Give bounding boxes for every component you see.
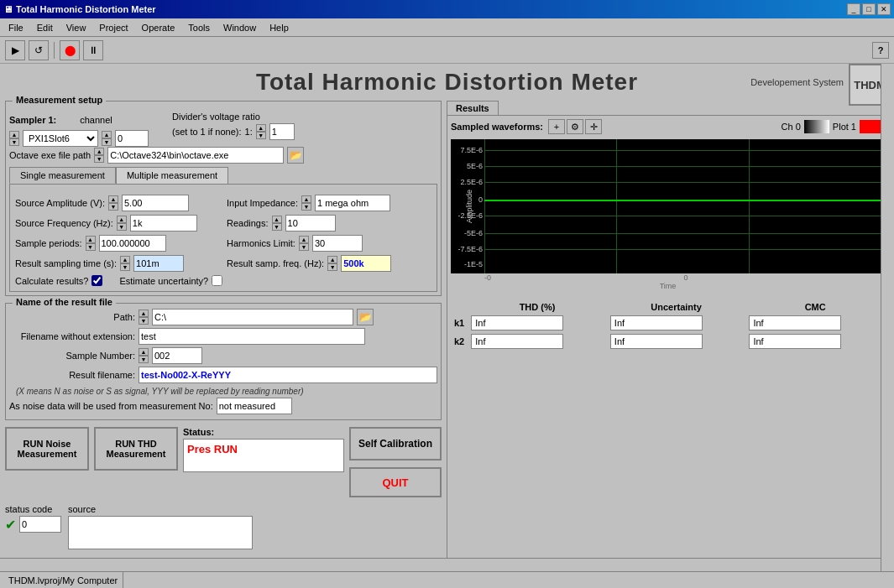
quit-button[interactable]: QUIT bbox=[349, 467, 442, 497]
result-filename-input[interactable] bbox=[139, 367, 437, 383]
frequency-down[interactable]: ▼ bbox=[117, 223, 127, 231]
octave-folder-icon[interactable]: 📂 bbox=[287, 147, 304, 164]
y-label-75: 7.5E-6 bbox=[460, 146, 483, 154]
result-samp-freq-label: Result samp. freq. (Hz): bbox=[227, 258, 324, 268]
horizontal-scrollbar[interactable] bbox=[0, 558, 881, 571]
dividers-up[interactable]: ▲ bbox=[256, 124, 266, 132]
menu-view[interactable]: View bbox=[61, 21, 91, 34]
source-amplitude-input[interactable] bbox=[122, 195, 189, 211]
octave-row: Octave exe file path ▲ ▼ 📂 bbox=[9, 147, 437, 164]
sample-number-up[interactable]: ▲ bbox=[139, 348, 149, 356]
run-button[interactable]: ▶ bbox=[5, 40, 25, 60]
y-label-n5: -5E-6 bbox=[464, 229, 483, 237]
waveform-label: Sampled waveforms: bbox=[451, 122, 543, 132]
menu-edit[interactable]: Edit bbox=[32, 21, 58, 34]
amplitude-down[interactable]: ▼ bbox=[108, 203, 118, 211]
calculate-results-checkbox[interactable] bbox=[91, 275, 102, 286]
vertical-scrollbar[interactable] bbox=[881, 64, 894, 571]
help-button[interactable]: ? bbox=[872, 42, 889, 59]
pause-button[interactable]: ⏸ bbox=[83, 40, 103, 60]
k2-cmc-cell[interactable] bbox=[749, 334, 841, 349]
input-impedance-input[interactable] bbox=[315, 195, 390, 211]
path-folder-icon[interactable]: 📂 bbox=[357, 309, 374, 325]
menu-tools[interactable]: Tools bbox=[183, 21, 215, 34]
result-sampling-up[interactable]: ▲ bbox=[120, 256, 130, 263]
menu-operate[interactable]: Operate bbox=[137, 21, 180, 34]
source-frequency-input[interactable] bbox=[130, 215, 197, 232]
readings-up[interactable]: ▲ bbox=[272, 216, 282, 223]
minimize-button[interactable]: _ bbox=[847, 3, 860, 15]
status-label: Status: bbox=[183, 427, 344, 437]
result-sampling-input[interactable] bbox=[133, 255, 184, 272]
channel-input[interactable] bbox=[115, 130, 149, 147]
filename-input[interactable] bbox=[139, 328, 365, 345]
octave-path-input[interactable] bbox=[107, 147, 284, 164]
result-file-title: Name of the result file bbox=[13, 297, 116, 307]
octave-path-down[interactable]: ▼ bbox=[94, 155, 104, 163]
cursor-icon[interactable]: ✛ bbox=[585, 119, 602, 134]
tab-multiple-measurement[interactable]: Multiple measurement bbox=[116, 167, 228, 184]
impedance-down[interactable]: ▼ bbox=[301, 203, 311, 211]
menu-window[interactable]: Window bbox=[218, 21, 261, 34]
k1-cmc-cell[interactable] bbox=[749, 315, 841, 330]
impedance-up[interactable]: ▲ bbox=[301, 195, 311, 203]
amplitude-up[interactable]: ▲ bbox=[108, 195, 118, 203]
sample-periods-up[interactable]: ▲ bbox=[86, 236, 96, 243]
run-noise-button[interactable]: RUN NoiseMeasurement bbox=[5, 427, 89, 471]
toolbar-separator bbox=[54, 42, 55, 59]
harmonics-down[interactable]: ▼ bbox=[299, 243, 309, 251]
maximize-button[interactable]: □ bbox=[862, 3, 876, 15]
harmonics-limit-input[interactable] bbox=[312, 235, 363, 252]
zoom-plus-icon[interactable]: + bbox=[548, 119, 565, 134]
k1-uncertainty-cell[interactable] bbox=[610, 315, 703, 330]
zoom-settings-icon[interactable]: ⚙ bbox=[567, 119, 583, 134]
noise-value-input[interactable] bbox=[217, 398, 292, 414]
tab-single-measurement[interactable]: Single measurement bbox=[9, 167, 116, 184]
menu-file[interactable]: File bbox=[3, 21, 29, 34]
sampler-select[interactable]: PXI1Slot6 bbox=[23, 130, 98, 147]
title-bar-text: 🖥 Total Harmonic Distortion Meter bbox=[3, 4, 156, 14]
y-label-0: 0 bbox=[478, 195, 483, 204]
menu-project[interactable]: Project bbox=[94, 21, 133, 34]
reset-button[interactable]: ↺ bbox=[29, 40, 49, 60]
readings-input[interactable] bbox=[285, 215, 336, 232]
results-tab-bar: Results bbox=[447, 101, 889, 115]
menu-help[interactable]: Help bbox=[264, 21, 294, 34]
readings-down[interactable]: ▼ bbox=[272, 223, 282, 231]
path-up[interactable]: ▲ bbox=[139, 310, 149, 317]
estimate-uncertainty-checkbox[interactable] bbox=[212, 275, 222, 286]
sample-number-down[interactable]: ▼ bbox=[139, 356, 149, 363]
sample-number-input[interactable] bbox=[152, 347, 202, 364]
status-code-input[interactable] bbox=[19, 516, 61, 533]
self-calibration-button[interactable]: Self Calibration bbox=[349, 427, 442, 461]
samp-freq-down[interactable]: ▼ bbox=[327, 263, 337, 271]
k2-thd-cell[interactable] bbox=[471, 334, 563, 349]
sampler-down[interactable]: ▼ bbox=[9, 138, 19, 146]
status-indicator: ✔ bbox=[5, 516, 61, 533]
path-input[interactable] bbox=[152, 309, 353, 325]
sampler-up[interactable]: ▲ bbox=[9, 131, 19, 138]
samp-freq-up[interactable]: ▲ bbox=[327, 256, 337, 263]
source-textarea[interactable] bbox=[68, 516, 253, 549]
grid-v-3 bbox=[749, 139, 750, 273]
sample-periods-input[interactable] bbox=[99, 235, 166, 252]
k2-uncertainty-cell[interactable] bbox=[610, 334, 703, 349]
run-thd-button[interactable]: RUN THDMeasurement bbox=[94, 427, 178, 471]
x-axis-labels: -0 0 0 bbox=[451, 273, 885, 282]
harmonics-up[interactable]: ▲ bbox=[299, 236, 309, 243]
results-tab[interactable]: Results bbox=[447, 101, 499, 116]
close-button[interactable]: ✕ bbox=[877, 3, 891, 15]
dividers-input[interactable] bbox=[269, 123, 295, 140]
frequency-up[interactable]: ▲ bbox=[117, 216, 127, 223]
stop-button[interactable]: ⬤ bbox=[60, 40, 80, 60]
channel-down[interactable]: ▼ bbox=[102, 138, 112, 146]
sample-periods-down[interactable]: ▼ bbox=[86, 243, 96, 251]
k1-thd-cell[interactable] bbox=[471, 315, 563, 330]
result-sampling-down[interactable]: ▼ bbox=[120, 263, 130, 271]
result-samp-freq-input[interactable] bbox=[341, 255, 391, 272]
result-samp-freq-row: Result samp. freq. (Hz): ▲ ▼ bbox=[227, 255, 431, 272]
octave-path-up[interactable]: ▲ bbox=[94, 148, 104, 155]
channel-up[interactable]: ▲ bbox=[102, 131, 112, 138]
path-down[interactable]: ▼ bbox=[139, 317, 149, 325]
dividers-down[interactable]: ▼ bbox=[256, 132, 266, 139]
